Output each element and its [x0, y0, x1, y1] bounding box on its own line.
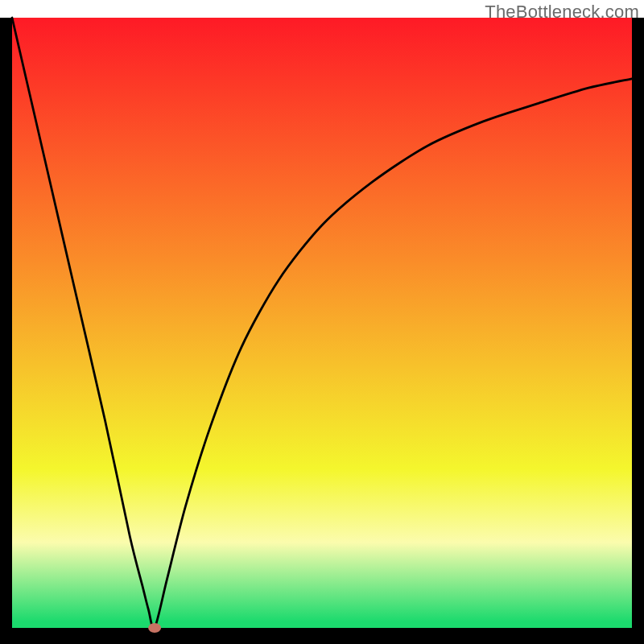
- bottleneck-chart: [0, 0, 644, 644]
- minimum-marker: [148, 623, 161, 633]
- chart-container: { "watermark": "TheBottleneck.com", "col…: [0, 0, 644, 644]
- gradient-plot-area: [12, 18, 632, 628]
- watermark-text: TheBottleneck.com: [485, 2, 639, 23]
